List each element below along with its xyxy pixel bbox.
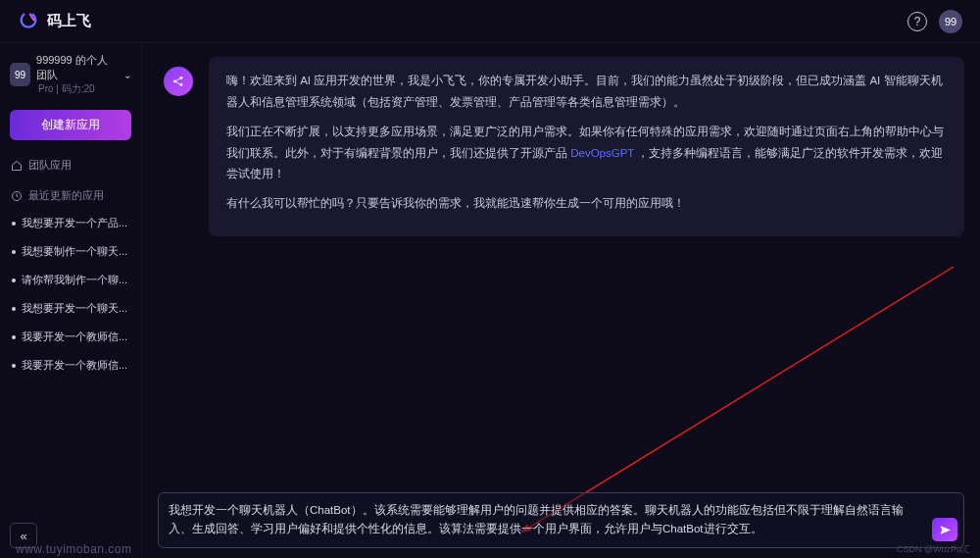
home-icon [10,159,23,172]
new-app-button[interactable]: 创建新应用 [10,110,131,140]
dot-icon [12,222,16,226]
dot-icon [12,250,16,254]
sidebar-item-label: 团队应用 [28,158,72,173]
list-item[interactable]: 请你帮我制作一个聊... [10,266,131,294]
list-item-label: 我想要开发一个产品... [22,216,127,230]
brand[interactable]: 码上飞 [18,11,91,32]
chevron-down-icon: ⌄ [123,70,131,80]
help-icon[interactable]: ? [907,12,927,31]
list-item-label: 我要开发一个教师信... [22,358,127,373]
watermark-text: www.tuyimoban.com [16,542,132,556]
prompt-input[interactable]: 我想开发一个聊天机器人（ChatBot）。该系统需要能够理解用户的问题并提供相应… [158,492,964,548]
list-item-label: 我要开发一个教师信... [22,330,127,344]
corner-credit: CSDN @WuzPu汇 [897,543,970,556]
sidebar: 99 999999 的个人团队 Pro | 码力:20 ⌄ 创建新应用 团队应用… [0,43,142,558]
dot-icon [12,364,16,368]
list-item[interactable]: 我要开发一个教师信... [10,351,131,380]
devops-gpt-link[interactable]: DevOpsGPT [570,147,634,159]
dot-icon [12,307,16,311]
brand-name: 码上飞 [47,12,91,30]
sidebar-item-team-apps[interactable]: 团队应用 [10,158,131,173]
team-badge: 99 [10,63,30,86]
team-meta: Pro | 码力:20 [38,82,118,96]
user-avatar[interactable]: 99 [939,10,962,33]
dot-icon [12,279,16,282]
topbar: 码上飞 ? 99 [0,0,980,43]
sidebar-section-recent: 最近更新的应用 [10,188,131,203]
list-item-label: 请你帮我制作一个聊... [22,273,127,287]
send-button[interactable] [932,518,957,541]
welcome-para-1: 嗨！欢迎来到 AI 应用开发的世界，我是小飞飞，你的专属开发小助手。目前，我们的… [226,71,947,114]
share-button[interactable] [164,67,193,96]
welcome-message: 嗨！欢迎来到 AI 应用开发的世界，我是小飞飞，你的专属开发小助手。目前，我们的… [209,57,964,236]
main-panel: 嗨！欢迎来到 AI 应用开发的世界，我是小飞飞，你的专属开发小助手。目前，我们的… [142,43,980,558]
list-item[interactable]: 我想要开发一个产品... [10,209,131,237]
team-name: 999999 的个人团队 [36,53,118,82]
list-item[interactable]: 我想要开发一个聊天... [10,294,131,323]
list-item[interactable]: 我想要制作一个聊天... [10,237,131,266]
chevron-double-left-icon: « [20,529,26,543]
topbar-actions: ? 99 [907,10,962,33]
prompt-input-content: 我想开发一个聊天机器人（ChatBot）。该系统需要能够理解用户的问题并提供相应… [169,504,904,535]
list-item-label: 我想要开发一个聊天... [22,301,127,316]
share-icon [172,75,185,88]
recent-app-list: 我想要开发一个产品... 我想要制作一个聊天... 请你帮我制作一个聊... 我… [10,209,131,380]
welcome-para-2: 我们正在不断扩展，以支持更多应用场景，满足更广泛的用户需求。如果你有任何特殊的应… [226,122,947,186]
list-item[interactable]: 我要开发一个教师信... [10,323,131,351]
welcome-para-3: 有什么我可以帮忙的吗？只要告诉我你的需求，我就能迅速帮你生成一个可用的应用哦！ [226,193,947,215]
sidebar-section-label: 最近更新的应用 [28,188,104,203]
brand-logo-icon [18,11,39,32]
list-item-label: 我想要制作一个聊天... [22,244,127,259]
team-selector[interactable]: 99 999999 的个人团队 Pro | 码力:20 ⌄ [10,53,131,96]
dot-icon [12,335,16,339]
clock-icon [10,189,23,202]
send-icon [939,524,952,536]
